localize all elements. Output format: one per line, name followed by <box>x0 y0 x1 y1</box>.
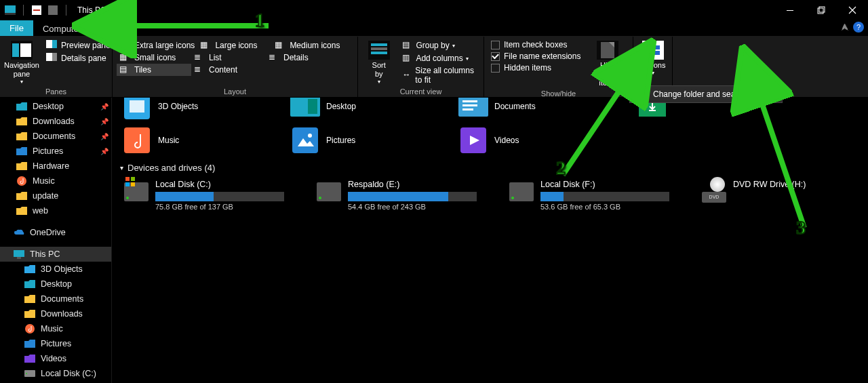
list-icon: ≣ <box>194 52 205 63</box>
layout-large[interactable]: ▦Large icons <box>197 39 272 52</box>
nav-pc-item[interactable]: 3D Objects <box>0 262 111 277</box>
qat-blank-icon[interactable] <box>47 4 59 16</box>
nav-quick-item[interactable]: Pictures📌 <box>0 144 111 159</box>
hide-icon <box>597 41 618 60</box>
nav-quick-item[interactable]: web <box>0 203 111 218</box>
folder-icon <box>24 308 35 319</box>
size-columns-button[interactable]: ↔Size all columns to fit <box>399 65 479 85</box>
annotation-badge-1: 1 <box>255 9 264 31</box>
collapse-ribbon-icon[interactable]: ⮝ <box>841 22 849 32</box>
nav-quick-item[interactable]: update <box>0 188 111 203</box>
group-by-button[interactable]: ▤Group by▾ <box>399 39 479 52</box>
sort-by-button[interactable]: Sort by▾ <box>362 39 395 85</box>
svg-rect-11 <box>52 40 57 48</box>
nav-onedrive[interactable]: OneDrive <box>0 225 111 240</box>
nav-pc-item[interactable]: Pictures <box>0 336 111 351</box>
nav-this-pc[interactable]: This PC <box>0 247 111 262</box>
options-button[interactable]: Options▾ <box>637 39 668 77</box>
system-monitor-icon[interactable] <box>4 4 16 16</box>
folder-icon <box>292 98 318 119</box>
svg-rect-40 <box>462 108 473 110</box>
navigation-pane-icon <box>11 41 33 60</box>
svg-rect-5 <box>787 10 793 11</box>
layout-medium[interactable]: ▦Medium icons <box>272 39 347 52</box>
group-icon: ▤ <box>402 40 413 51</box>
computer-tab[interactable]: Computer <box>33 20 91 36</box>
grid-icon: ▦ <box>275 40 285 51</box>
list-icon: ≣ <box>269 52 279 63</box>
svg-rect-1 <box>5 13 16 15</box>
nav-pc-item[interactable]: Desktop <box>0 277 111 291</box>
close-button[interactable] <box>837 0 868 20</box>
drive-tile[interactable]: Local Disk (C:)75.8 GB free of 137 GB <box>124 180 284 211</box>
layout-details[interactable]: ≣Details <box>266 52 340 64</box>
svg-rect-9 <box>20 43 31 57</box>
folder-tile[interactable]: Pictures <box>292 127 428 153</box>
videos-icon <box>24 353 35 364</box>
layout-tiles[interactable]: ▤Tiles <box>117 64 191 76</box>
annotation-badge-3: 3 <box>796 217 806 239</box>
svg-rect-14 <box>371 43 387 46</box>
nav-pc-item[interactable]: Documents <box>0 291 111 306</box>
grid-icon: ▦ <box>200 40 211 51</box>
pin-icon: 📌 <box>100 133 108 140</box>
drive-tile[interactable]: Local Disk (F:)53.6 GB free of 65.3 GB <box>509 180 669 211</box>
folder-y-icon <box>16 161 27 172</box>
checkbox-icon <box>491 41 500 49</box>
svg-rect-23 <box>654 45 660 49</box>
preview-pane-button[interactable]: Preview pane <box>43 39 118 52</box>
maximize-button[interactable] <box>806 0 837 20</box>
qat-properties-icon[interactable] <box>31 4 43 16</box>
hard-drive-icon <box>124 182 149 201</box>
svg-rect-38 <box>462 100 477 102</box>
drive-tile[interactable]: Respaldo (E:)54.4 GB free of 243 GB <box>317 180 477 211</box>
add-columns-button[interactable]: ▥Add columns▾ <box>399 52 479 64</box>
folder-tile[interactable]: Desktop <box>292 98 428 119</box>
navigation-tree[interactable]: Desktop📌Downloads📌Documents📌Pictures📌Har… <box>0 98 112 383</box>
capacity-bar <box>155 192 284 201</box>
capacity-bar <box>540 192 669 201</box>
folder-tile[interactable]: 3D Objects <box>124 98 260 119</box>
pin-icon: 📌 <box>100 118 108 125</box>
chevron-down-icon: ▾ <box>120 164 123 172</box>
svg-rect-4 <box>48 5 58 15</box>
minimize-button[interactable] <box>774 0 806 20</box>
grid-icon: ▦ <box>119 52 130 63</box>
nav-pc-item[interactable]: Videos <box>0 351 111 366</box>
details-pane-button[interactable]: Details pane <box>43 52 118 64</box>
nav-pc-item[interactable]: Local Disk (C:) <box>0 366 111 381</box>
layout-content[interactable]: ≣Content <box>191 64 266 76</box>
svg-rect-20 <box>646 46 652 47</box>
svg-line-53 <box>760 96 804 228</box>
file-tab[interactable]: File <box>0 20 33 36</box>
item-check-boxes-toggle[interactable]: Item check boxes <box>488 39 583 50</box>
svg-rect-28 <box>14 250 24 257</box>
navigation-pane-button[interactable]: Navigation pane ▾ <box>4 39 39 85</box>
folder-tile[interactable]: Music <box>124 127 260 153</box>
folder-y-icon <box>16 190 27 201</box>
content-icon: ≣ <box>194 64 205 75</box>
monitor-icon <box>14 249 24 260</box>
layout-extra-large[interactable]: ▦Extra large icons <box>117 39 197 52</box>
svg-rect-47 <box>125 177 130 181</box>
layout-list[interactable]: ≣List <box>191 52 266 64</box>
music-icon <box>24 323 35 334</box>
svg-point-32 <box>26 373 27 374</box>
nav-quick-item[interactable]: Music <box>0 174 111 188</box>
help-icon[interactable]: ? <box>853 22 864 33</box>
nav-pc-item[interactable]: Music <box>0 321 111 336</box>
nav-quick-item[interactable]: Desktop📌 <box>0 99 111 114</box>
chevron-down-icon: ▾ <box>20 79 23 85</box>
nav-pc-item[interactable]: Downloads <box>0 306 111 321</box>
svg-rect-15 <box>371 47 387 50</box>
layout-small[interactable]: ▦Small icons <box>117 52 191 64</box>
folder-icon <box>460 98 486 119</box>
svg-point-44 <box>308 134 312 138</box>
svg-line-52 <box>563 84 624 175</box>
file-name-extensions-toggle[interactable]: File name extensions <box>488 51 583 62</box>
nav-quick-item[interactable]: Hardware <box>0 159 111 174</box>
nav-quick-item[interactable]: Downloads📌 <box>0 114 111 129</box>
svg-rect-50 <box>131 182 135 186</box>
hidden-items-toggle[interactable]: Hidden items <box>488 62 583 73</box>
nav-quick-item[interactable]: Documents📌 <box>0 129 111 144</box>
